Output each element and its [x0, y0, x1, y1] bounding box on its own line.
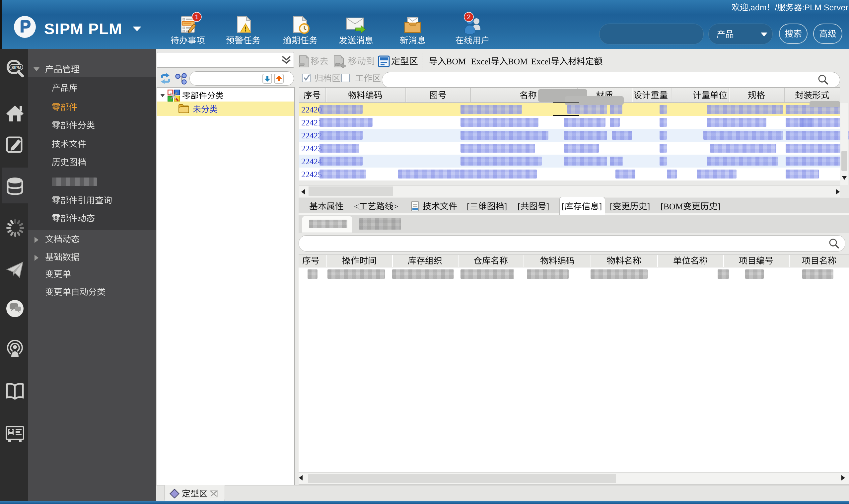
svg-text:2: 2 [467, 13, 470, 21]
svg-text:1: 1 [195, 13, 198, 21]
svg-text:SIPM: SIPM [11, 65, 21, 70]
